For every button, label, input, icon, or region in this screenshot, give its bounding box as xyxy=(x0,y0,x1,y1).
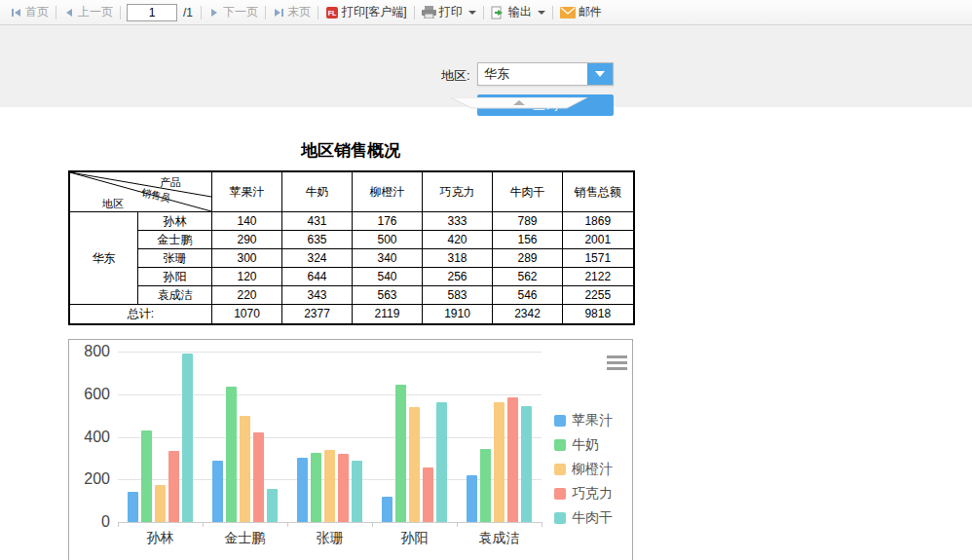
chart-bar[interactable] xyxy=(324,450,335,522)
legend-item[interactable]: 苹果汁 xyxy=(554,412,613,429)
region-dropdown-button[interactable] xyxy=(587,63,613,85)
region-cell: 华东 xyxy=(69,212,138,305)
print-client-button[interactable]: FL 打印[客户端] xyxy=(320,4,412,20)
value-cell: 563 xyxy=(353,286,423,305)
chart-bar[interactable] xyxy=(494,402,505,522)
value-cell: 635 xyxy=(282,231,353,249)
total-value-cell: 2119 xyxy=(353,305,423,324)
value-cell: 343 xyxy=(282,286,353,305)
legend-item[interactable]: 柳橙汁 xyxy=(554,461,613,478)
toolbar-separator xyxy=(552,6,553,19)
chart-bar[interactable] xyxy=(409,407,420,522)
chart-bar[interactable] xyxy=(480,449,491,522)
chart-bar[interactable] xyxy=(311,453,321,522)
total-value-cell: 2342 xyxy=(493,305,563,324)
x-axis-label: 张珊 xyxy=(287,530,372,547)
export-button[interactable]: 输出 xyxy=(486,4,550,20)
last-page-button[interactable]: 末页 xyxy=(268,4,316,20)
x-axis-label: 金士鹏 xyxy=(203,530,287,547)
value-cell: 289 xyxy=(493,249,563,268)
value-cell: 176 xyxy=(353,212,423,231)
panel-collapse-handle[interactable] xyxy=(451,95,587,107)
legend-item[interactable]: 巧克力 xyxy=(554,485,613,503)
column-header: 巧克力 xyxy=(423,171,493,212)
region-dropdown-value: 华东 xyxy=(478,65,587,83)
hamburger-menu-icon[interactable] xyxy=(607,355,627,373)
chart-bar[interactable] xyxy=(436,402,447,522)
chart-bar[interactable] xyxy=(155,485,166,523)
print-label: 打印 xyxy=(439,4,463,20)
x-axis-label: 孙阳 xyxy=(372,530,457,547)
chart-bar[interactable] xyxy=(521,406,532,522)
chart-bar[interactable] xyxy=(467,475,477,522)
y-axis-label: 400 xyxy=(69,429,110,445)
x-axis-tick xyxy=(287,522,288,527)
table-row: 孙阳1206445402565622122 xyxy=(69,268,634,286)
x-axis-tick xyxy=(542,522,542,527)
total-value-cell: 1070 xyxy=(212,305,282,324)
chart-bar[interactable] xyxy=(141,430,152,522)
chart-bar[interactable] xyxy=(128,492,138,522)
page-number-input[interactable] xyxy=(127,4,177,21)
value-cell: 420 xyxy=(423,231,493,249)
print-button[interactable]: 打印 xyxy=(417,4,481,20)
prev-page-label: 上一页 xyxy=(78,4,113,20)
chart-bar[interactable] xyxy=(382,497,393,522)
print-client-label: 打印[客户端] xyxy=(342,4,407,20)
table-row: 华东孙林1404311763337891869 xyxy=(69,212,634,231)
x-axis-line xyxy=(118,522,542,523)
toolbar-separator xyxy=(483,6,484,19)
toolbar-separator xyxy=(265,6,266,19)
svg-text:FL: FL xyxy=(328,10,337,17)
chart-bar[interactable] xyxy=(212,461,223,522)
legend-label: 柳橙汁 xyxy=(572,461,613,478)
last-page-icon xyxy=(273,7,284,19)
value-cell: 644 xyxy=(282,268,353,286)
y-axis-label: 200 xyxy=(69,471,110,487)
chart-bar[interactable] xyxy=(338,454,349,522)
chart-bar[interactable] xyxy=(226,387,237,522)
first-page-icon xyxy=(11,7,22,19)
chart-bar[interactable] xyxy=(182,354,193,522)
email-button[interactable]: 邮件 xyxy=(555,4,607,20)
chart-bar[interactable] xyxy=(297,458,308,522)
value-cell: 324 xyxy=(282,249,353,268)
value-cell: 140 xyxy=(212,212,282,231)
chart-bar[interactable] xyxy=(507,397,518,522)
sales-table: 产品 销售员 地区 苹果汁牛奶柳橙汁巧克力牛肉干销售总额 华东孙林1404311… xyxy=(68,170,635,325)
legend-swatch xyxy=(554,488,566,500)
chart-bar[interactable] xyxy=(267,489,278,522)
chart-bar[interactable] xyxy=(352,461,362,522)
total-value-cell: 2377 xyxy=(282,305,353,324)
table-row: 张珊3003243403182891571 xyxy=(69,249,634,268)
column-header: 柳橙汁 xyxy=(353,171,423,212)
chart-gridline xyxy=(118,352,542,353)
chart-bar[interactable] xyxy=(168,451,179,522)
value-cell: 220 xyxy=(212,286,282,305)
region-label: 地区: xyxy=(441,67,470,85)
x-axis-tick xyxy=(203,522,204,527)
legend-item[interactable]: 牛奶 xyxy=(554,436,599,454)
report-title: 地区销售概况 xyxy=(68,139,633,162)
region-dropdown[interactable]: 华东 xyxy=(477,62,614,86)
next-page-button[interactable]: 下一页 xyxy=(204,4,263,20)
chart-bar[interactable] xyxy=(240,416,250,522)
chart-bar[interactable] xyxy=(423,467,433,522)
value-cell: 583 xyxy=(423,286,493,305)
printer-icon xyxy=(422,6,436,19)
legend-label: 牛肉干 xyxy=(572,509,613,527)
chart-bar[interactable] xyxy=(395,385,406,522)
x-axis-tick xyxy=(118,522,119,527)
value-cell: 500 xyxy=(353,231,423,249)
corner-label-region: 地区 xyxy=(101,198,124,209)
fl-print-icon: FL xyxy=(325,6,339,19)
legend-item[interactable]: 牛肉干 xyxy=(554,509,613,527)
table-total-row: 总计:107023772119191023429818 xyxy=(69,305,634,324)
value-cell: 546 xyxy=(493,286,563,305)
first-page-button[interactable]: 首页 xyxy=(6,4,54,20)
chart-bar[interactable] xyxy=(253,432,264,522)
value-cell: 562 xyxy=(493,268,563,286)
legend-swatch xyxy=(554,415,566,427)
value-cell: 789 xyxy=(493,212,563,231)
prev-page-button[interactable]: 上一页 xyxy=(58,4,118,20)
